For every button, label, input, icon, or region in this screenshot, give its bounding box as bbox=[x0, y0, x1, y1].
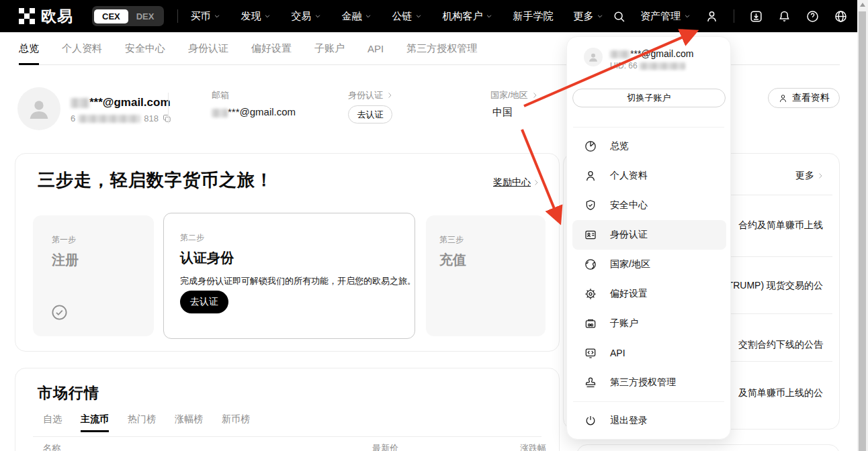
tab-personal-info[interactable]: 个人资料 bbox=[62, 42, 102, 55]
main-nav: 买币 发现 交易 金融 公链 机构客户 新手学院 更多 bbox=[190, 10, 603, 23]
power-icon bbox=[584, 414, 597, 428]
email-value: ***@gmail.com bbox=[212, 106, 296, 117]
redacted-text bbox=[640, 62, 685, 70]
nav-item-trade[interactable]: 交易 bbox=[291, 10, 321, 23]
region-link[interactable]: 国家/地区 bbox=[490, 89, 539, 101]
redacted-text bbox=[71, 98, 89, 108]
toggle-cex[interactable]: CEX bbox=[94, 9, 128, 23]
nav-item-finance[interactable]: 金融 bbox=[341, 10, 372, 23]
logo-text[interactable]: 欧易 bbox=[41, 6, 73, 27]
chevron-right-icon bbox=[532, 179, 540, 187]
divider bbox=[573, 127, 724, 128]
announcement-item[interactable]: 交割合约下线的公告 bbox=[738, 339, 823, 351]
divider bbox=[33, 436, 541, 437]
market-tab-new[interactable]: 新币榜 bbox=[222, 413, 250, 425]
rewards-center-link[interactable]: 奖励中心 bbox=[493, 177, 540, 189]
menu-item-region[interactable]: 国家/地区 bbox=[572, 250, 726, 279]
top-navbar: 欧易 CEX DEX 买币 发现 交易 金融 公链 机构客户 新手学院 更多 资… bbox=[0, 0, 857, 32]
step-title: 认证身份 bbox=[180, 249, 398, 267]
divider bbox=[573, 401, 724, 402]
tab-overview[interactable]: 总览 bbox=[19, 42, 39, 55]
announcements-more-link[interactable]: 更多 bbox=[795, 170, 824, 182]
chevron-down-icon bbox=[264, 13, 271, 19]
menu-item-api[interactable]: API bbox=[572, 338, 726, 368]
toggle-dex[interactable]: DEX bbox=[128, 9, 163, 23]
id-card-icon bbox=[584, 228, 597, 242]
verify-now-button[interactable]: 去认证 bbox=[348, 105, 392, 123]
bell-icon[interactable] bbox=[777, 9, 791, 23]
col-header-change: 涨跌幅 bbox=[520, 442, 546, 451]
divider bbox=[177, 9, 178, 23]
go-verify-button[interactable]: 去认证 bbox=[180, 291, 228, 313]
market-tab-hot[interactable]: 热门榜 bbox=[128, 413, 156, 425]
okx-logo-icon[interactable] bbox=[19, 8, 35, 24]
globe-icon[interactable] bbox=[834, 9, 848, 23]
menu-item-identity-verification[interactable]: 身份认证 bbox=[572, 220, 726, 250]
step-number: 第三步 bbox=[439, 234, 532, 246]
chevron-down-icon bbox=[314, 13, 321, 19]
announcement-item[interactable]: 及简单赚币上线的公 bbox=[738, 387, 823, 399]
assets-menu[interactable]: 资产管理 bbox=[640, 10, 691, 23]
divider bbox=[168, 93, 169, 123]
market-tab-gainers[interactable]: 涨幅榜 bbox=[175, 413, 203, 425]
menu-item-security-center[interactable]: 安全中心 bbox=[572, 191, 726, 220]
scrollbar-thumb[interactable] bbox=[859, 11, 866, 451]
nav-item-buy[interactable]: 买币 bbox=[190, 10, 220, 23]
chevron-down-icon bbox=[684, 13, 691, 19]
region-value: 中国 bbox=[492, 106, 513, 119]
market-tab-mainstream[interactable]: 主流币 bbox=[81, 413, 109, 425]
step-number: 第一步 bbox=[52, 234, 135, 246]
view-profile-button[interactable]: 查看资料 bbox=[768, 88, 840, 108]
scroll-up-icon[interactable] bbox=[860, 3, 865, 7]
partial-card-edge bbox=[576, 444, 840, 451]
help-icon[interactable] bbox=[806, 9, 820, 23]
tab-identity-verification[interactable]: 身份认证 bbox=[188, 42, 228, 55]
nav-item-discover[interactable]: 发现 bbox=[241, 10, 271, 23]
menu-item-third-party-auth[interactable]: 第三方授权管理 bbox=[572, 368, 726, 397]
step-verify-card[interactable]: 第二步 认证身份 完成身份认证即可解锁我们的所有功能，开启您的欧易之旅。 去认证 bbox=[163, 213, 415, 339]
profile-uid: 6818 bbox=[71, 113, 172, 123]
redacted-text bbox=[610, 50, 630, 58]
tab-preferences[interactable]: 偏好设置 bbox=[251, 42, 292, 55]
onboarding-title: 三步走，轻启数字货币之旅！ bbox=[38, 168, 273, 192]
nav-item-academy[interactable]: 新手学院 bbox=[513, 10, 553, 23]
announcement-item[interactable]: TRUMP) 现货交易的公 bbox=[728, 280, 823, 292]
announcement-item[interactable]: 合约及简单赚币上线 bbox=[738, 219, 823, 232]
col-header-last-price: 最新价 bbox=[372, 442, 398, 451]
market-card: 市场行情 自选 主流币 热门榜 涨幅榜 新币榜 名称 最新价 涨跌幅 bbox=[15, 368, 560, 451]
user-icon[interactable] bbox=[705, 9, 719, 23]
menu-item-personal-info[interactable]: 个人资料 bbox=[572, 161, 726, 191]
download-icon[interactable] bbox=[749, 9, 763, 23]
subaccount-icon bbox=[584, 317, 597, 330]
person-icon bbox=[584, 169, 597, 183]
tab-third-party-auth[interactable]: 第三方授权管理 bbox=[406, 42, 477, 55]
tab-subaccounts[interactable]: 子账户 bbox=[314, 42, 345, 55]
switch-subaccount-button[interactable]: 切换子账户 bbox=[572, 89, 726, 107]
copy-icon[interactable] bbox=[162, 113, 172, 123]
nav-item-more[interactable]: 更多 bbox=[573, 10, 603, 23]
market-tabs: 自选 主流币 热门榜 涨幅榜 新币榜 bbox=[43, 413, 250, 425]
nav-item-chain[interactable]: 公链 bbox=[392, 10, 422, 23]
chevron-down-icon bbox=[597, 13, 603, 19]
chevron-down-icon bbox=[214, 13, 220, 19]
menu-item-subaccounts[interactable]: 子账户 bbox=[572, 309, 726, 338]
market-tab-favorites[interactable]: 自选 bbox=[43, 413, 62, 425]
scrollbar[interactable] bbox=[857, 0, 868, 451]
chevron-right-icon bbox=[386, 91, 394, 99]
tab-api[interactable]: API bbox=[367, 43, 384, 54]
step-deposit-card[interactable]: 第三步 充值 bbox=[426, 215, 546, 336]
menu-item-preferences[interactable]: 偏好设置 bbox=[572, 279, 726, 309]
chevron-down-icon bbox=[365, 13, 372, 19]
tab-security-center[interactable]: 安全中心 bbox=[125, 42, 165, 55]
nav-item-institutional[interactable]: 机构客户 bbox=[442, 10, 492, 23]
divider bbox=[734, 9, 734, 23]
menu-item-logout[interactable]: 退出登录 bbox=[572, 406, 726, 436]
globe-icon bbox=[584, 258, 597, 271]
step-title: 充值 bbox=[439, 251, 532, 269]
redacted-text bbox=[212, 109, 228, 117]
step-register-card[interactable]: 第一步 注册 bbox=[33, 215, 154, 336]
kyc-link[interactable]: 身份认证 bbox=[348, 89, 394, 101]
stamp-icon bbox=[584, 376, 597, 389]
search-icon[interactable] bbox=[612, 9, 626, 23]
menu-item-overview[interactable]: 总览 bbox=[572, 132, 726, 161]
